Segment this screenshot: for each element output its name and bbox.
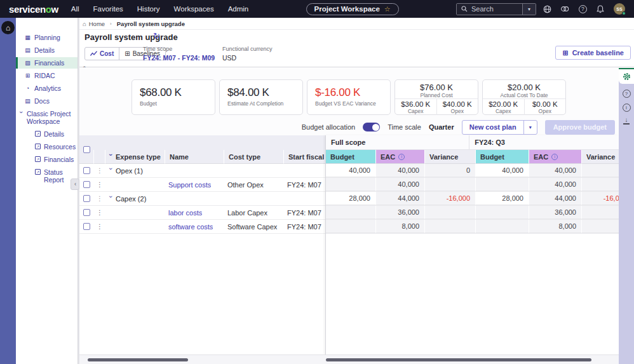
sidebar-item-financials[interactable]: ▨ Financials <box>16 57 78 69</box>
q3-eac-cell: 44,000 <box>529 192 582 205</box>
servicenow-logo[interactable]: servicenow <box>9 4 58 15</box>
globe-icon[interactable] <box>543 4 552 14</box>
row-checkbox[interactable] <box>83 209 90 216</box>
info-icon[interactable]: i <box>398 154 405 160</box>
breadcrumb-home-link[interactable]: ⌂Home <box>83 20 105 27</box>
connect-chat-icon[interactable] <box>560 4 570 14</box>
sidebar-section-classic-project-workspace[interactable]: › Classic Project Workspace <box>16 108 78 127</box>
kpi-variance-card: $-16.00 K Budget VS EAC Variance <box>307 79 391 115</box>
row-checkbox[interactable] <box>83 195 90 202</box>
sidebar-item-details[interactable]: ▤ Details <box>16 44 78 56</box>
menu-history[interactable]: History <box>137 5 160 13</box>
horizontal-scrollbar-track <box>79 354 619 364</box>
approve-budget-button[interactable]: Approve budget <box>545 120 615 135</box>
left-pane-scrollbar-thumb[interactable] <box>88 358 188 361</box>
kebab-menu-icon[interactable]: ⋮ <box>94 192 105 205</box>
app-rail: ⌂ <box>0 18 16 364</box>
chevron-down-icon[interactable]: › <box>107 168 114 173</box>
menu-favorites[interactable]: Favorites <box>93 5 123 13</box>
time-scope-value[interactable]: FY24: M07 - FY24: M09 <box>143 54 215 62</box>
q3-budget-cell <box>476 220 529 233</box>
search-input[interactable]: Search <box>457 4 522 15</box>
chevron-down-icon[interactable]: › <box>107 196 114 201</box>
row-checkbox[interactable] <box>83 167 90 174</box>
sidebar-item-analytics[interactable]: ◔ Analytics <box>16 83 78 94</box>
table-row-labor-costs-values: 36,000 36,000 <box>326 206 619 220</box>
menu-workspaces[interactable]: Workspaces <box>174 5 214 13</box>
financials-icon: ▨ <box>24 59 31 67</box>
fs-eac-cell: 40,000 <box>376 178 425 191</box>
budget-allocation-toggle[interactable] <box>363 123 380 131</box>
actual-capex: $20.00 K Capex <box>483 99 524 115</box>
sidebar-item-classic-resources[interactable]: ↗ Resources <box>16 141 78 152</box>
right-pane-scrollbar-thumb[interactable] <box>326 358 591 361</box>
fs-budget-cell[interactable]: 40,000 <box>326 164 376 177</box>
menu-all[interactable]: All <box>71 5 79 13</box>
user-avatar[interactable]: SS <box>614 3 625 15</box>
tab-cost[interactable]: Cost <box>85 48 119 60</box>
kpi-actual-value: $20.00 K <box>483 83 565 92</box>
sidebar-collapse-handle[interactable]: › <box>71 179 79 190</box>
fs-eac-cell: 44,000 <box>376 192 425 205</box>
cost-plan-link[interactable]: Support costs <box>168 181 211 189</box>
table-row-software-costs: ⋮ software costs Software Capex FY24: M0… <box>79 220 325 234</box>
fs-eac-cell: 40,000 <box>376 164 425 177</box>
sidebar-item-classic-status-report[interactable]: ↗ Status Report <box>16 166 78 185</box>
time-scale-value[interactable]: Quarter <box>429 123 454 131</box>
external-link-icon: ↗ <box>35 144 41 149</box>
download-export-icon[interactable]: ↓ <box>623 118 630 125</box>
kebab-menu-icon[interactable]: ⋮ <box>94 178 105 191</box>
kebab-menu-icon[interactable]: ⋮ <box>94 164 105 177</box>
help-icon[interactable]: ? <box>578 4 588 14</box>
q3-budget-cell[interactable]: 40,000 <box>476 164 529 177</box>
kpi-planned-cost-card: $76.00 K Planned Cost $36.00 K Capex $40… <box>395 79 478 115</box>
search-scope-caret[interactable]: ▾ <box>522 4 536 15</box>
table-row-group-opex: ⋮ › Opex (1) <box>79 164 325 178</box>
row-checkbox[interactable] <box>83 181 90 188</box>
sidebar-item-classic-details[interactable]: ↗ Details <box>16 128 78 140</box>
help-panel-icon[interactable]: ? <box>623 90 631 98</box>
time-scale-label: Time scale <box>388 123 421 131</box>
sidebar-item-planning[interactable]: ▦ Planning <box>16 32 78 43</box>
q3-eac-cell: 8,000 <box>529 220 582 233</box>
top-nav-icons: ? SS <box>543 3 625 15</box>
info-panel-icon[interactable]: i <box>623 104 631 112</box>
row-checkbox[interactable] <box>83 223 90 230</box>
fs-budget-cell[interactable]: 28,000 <box>326 192 376 205</box>
col-header-q3-variance: Variance <box>582 150 619 164</box>
fs-budget-cell <box>326 220 376 233</box>
new-cost-plan-caret[interactable]: ▾ <box>523 121 537 134</box>
menu-admin[interactable]: Admin <box>228 5 249 13</box>
sidebar-item-classic-financials[interactable]: ↗ Financials <box>16 154 78 165</box>
sidebar-item-docs[interactable]: ▤ Docs <box>16 95 78 107</box>
external-link-icon: ↗ <box>35 131 41 137</box>
grid-left-pane: › Expense type Name Cost type Start fisc… <box>79 135 325 355</box>
table-row-group-opex-values: 40,000 40,000 0 40,000 40,000 <box>326 164 619 178</box>
kebab-menu-icon[interactable]: ⋮ <box>94 206 105 219</box>
breadcrumb-divider <box>79 29 634 30</box>
select-all-checkbox[interactable] <box>83 146 90 153</box>
col-header-q3-budget: Budget <box>476 150 529 164</box>
notifications-bell-icon[interactable] <box>596 4 605 14</box>
global-search[interactable]: Search ▾ <box>456 3 536 15</box>
workspace-pill[interactable]: Project Workspace ☆ <box>306 3 399 15</box>
cost-plan-link[interactable]: labor costs <box>168 209 202 217</box>
favorite-star-icon[interactable]: ☆ <box>384 5 391 13</box>
workspace-home-button[interactable]: ⌂ <box>1 21 15 34</box>
q3-eac-cell: 40,000 <box>529 164 582 177</box>
group-label: Capex (2) <box>116 195 146 203</box>
col-header-name: Name <box>165 150 224 164</box>
q3-budget-cell[interactable]: 28,000 <box>476 192 529 205</box>
info-icon[interactable]: i <box>551 154 558 160</box>
create-baseline-button[interactable]: ⊞ Create baseline <box>555 46 631 60</box>
settings-panel-button[interactable] <box>619 68 634 84</box>
new-cost-plan-button[interactable]: New cost plan <box>462 121 523 134</box>
kpi-variance-value: $-16.00 K <box>315 86 382 99</box>
kpi-variance-label: Budget VS EAC Variance <box>315 100 382 107</box>
cost-plan-link[interactable]: software costs <box>168 223 213 231</box>
kebab-menu-icon[interactable]: ⋮ <box>94 220 105 233</box>
chevron-down-icon[interactable]: › <box>107 154 114 159</box>
refresh-icon[interactable]: ↻ <box>153 31 160 41</box>
sidebar-item-ridac[interactable]: ⊞ RIDAC <box>16 70 78 81</box>
q3-variance-cell <box>582 206 619 219</box>
